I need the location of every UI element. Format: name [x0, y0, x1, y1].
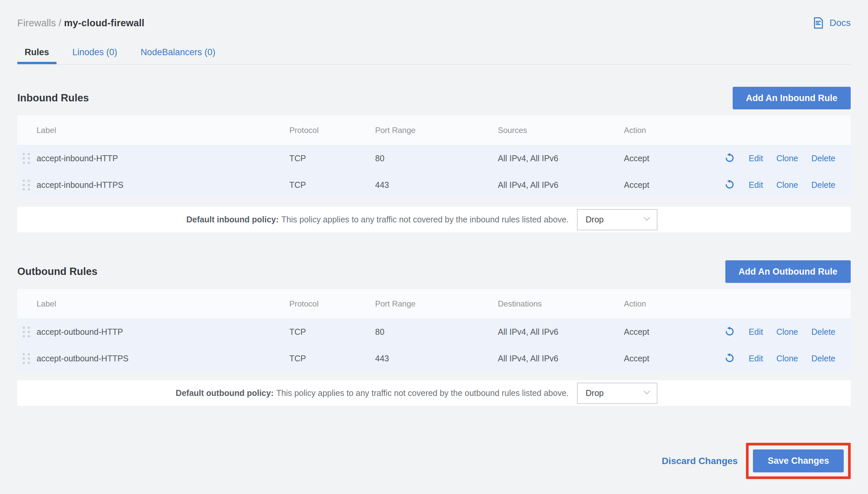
drag-handle-icon[interactable] [23, 326, 30, 338]
rule-action: Accept [624, 154, 702, 163]
undo-icon [724, 152, 735, 165]
top-bar: Firewalls/my-cloud-firewall Docs [17, 16, 851, 30]
inbound-policy-select[interactable]: Drop [577, 209, 658, 230]
rule-protocol: TCP [289, 354, 375, 363]
outbound-section-header: Outbound Rules Add An Outbound Rule [17, 260, 851, 283]
clone-rule-link[interactable]: Clone [776, 354, 798, 363]
add-outbound-rule-button[interactable]: Add An Outbound Rule [725, 260, 851, 283]
col-header-sources: Sources [498, 126, 624, 135]
inbound-policy-row: Default inbound policy: This policy appl… [17, 207, 851, 232]
outbound-table-header: Label Protocol Port Range Destinations A… [17, 289, 851, 319]
col-header-port-range: Port Range [375, 299, 498, 308]
outbound-policy-label: Default outbound policy: [175, 388, 273, 398]
undo-rule-button[interactable] [724, 152, 735, 165]
table-row-accept-outbound-https: accept-outbound-HTTPS TCP 443 All IPv4, … [17, 345, 851, 372]
add-inbound-rule-button[interactable]: Add An Inbound Rule [733, 87, 851, 109]
clone-rule-link[interactable]: Clone [776, 327, 798, 337]
undo-rule-button[interactable] [724, 353, 735, 365]
edit-rule-link[interactable]: Edit [749, 154, 763, 163]
inbound-policy-label: Default inbound policy: [186, 215, 279, 224]
outbound-policy-description: This policy applies to any traffic not c… [276, 388, 569, 398]
outbound-policy-select[interactable]: Drop [577, 383, 658, 404]
drag-handle-icon[interactable] [23, 179, 30, 190]
rule-addresses: All IPv4, All IPv6 [498, 154, 624, 163]
breadcrumb-firewalls-link[interactable]: Firewalls [17, 18, 56, 28]
tab-bar: Rules Linodes (0) NodeBalancers (0) [17, 40, 851, 65]
drag-handle-icon[interactable] [23, 153, 30, 164]
col-header-protocol: Protocol [289, 126, 375, 135]
col-header-label: Label [37, 299, 289, 308]
table-row-accept-inbound-https: accept-inbound-HTTPS TCP 443 All IPv4, A… [17, 172, 851, 198]
delete-rule-link[interactable]: Delete [811, 180, 835, 190]
rule-protocol: TCP [289, 154, 375, 163]
undo-icon [724, 179, 735, 191]
edit-rule-link[interactable]: Edit [749, 180, 763, 190]
row-controls: Edit Clone Delete [702, 179, 851, 191]
rule-action: Accept [624, 327, 702, 337]
tab-nodebalancers[interactable]: NodeBalancers (0) [133, 40, 223, 64]
save-highlight-box: Save Changes [746, 443, 851, 479]
inbound-table-header: Label Protocol Port Range Sources Action [17, 115, 851, 145]
inbound-rules-table: Label Protocol Port Range Sources Action… [17, 115, 851, 198]
undo-icon [724, 353, 735, 365]
outbound-table-body: accept-outbound-HTTP TCP 80 All IPv4, Al… [17, 319, 851, 372]
rule-label: accept-outbound-HTTP [37, 327, 289, 337]
rule-label: accept-inbound-HTTPS [37, 180, 289, 190]
col-header-label: Label [37, 126, 289, 135]
chevron-down-icon [642, 214, 652, 225]
delete-rule-link[interactable]: Delete [811, 354, 835, 363]
clone-rule-link[interactable]: Clone [776, 180, 798, 190]
inbound-section-title: Inbound Rules [17, 92, 89, 104]
docs-link-label: Docs [829, 18, 851, 28]
rule-protocol: TCP [289, 327, 375, 337]
rule-addresses: All IPv4, All IPv6 [498, 327, 624, 337]
table-row-accept-inbound-http: accept-inbound-HTTP TCP 80 All IPv4, All… [17, 145, 851, 172]
outbound-section-title: Outbound Rules [17, 266, 97, 278]
edit-rule-link[interactable]: Edit [749, 327, 763, 337]
inbound-section-header: Inbound Rules Add An Inbound Rule [17, 87, 851, 109]
rule-action: Accept [624, 354, 702, 363]
tab-rules[interactable]: Rules [17, 40, 57, 64]
docs-icon [811, 16, 826, 30]
tab-linodes[interactable]: Linodes (0) [65, 40, 125, 64]
row-controls: Edit Clone Delete [702, 152, 851, 165]
breadcrumb-separator: / [58, 18, 61, 28]
docs-link[interactable]: Docs [811, 16, 851, 30]
undo-rule-button[interactable] [724, 326, 735, 338]
col-header-port-range: Port Range [375, 126, 498, 135]
edit-rule-link[interactable]: Edit [749, 354, 763, 363]
row-controls: Edit Clone Delete [702, 326, 851, 338]
rule-protocol: TCP [289, 180, 375, 190]
outbound-policy-selected-value: Drop [586, 388, 604, 398]
rule-label: accept-outbound-HTTPS [37, 354, 289, 363]
inbound-policy-description: This policy applies to any traffic not c… [281, 215, 569, 224]
rule-addresses: All IPv4, All IPv6 [498, 180, 624, 190]
outbound-policy-row: Default outbound policy: This policy app… [17, 380, 851, 406]
rule-action: Accept [624, 180, 702, 190]
col-header-action: Action [624, 126, 702, 135]
outbound-rules-table: Label Protocol Port Range Destinations A… [17, 289, 851, 372]
rule-port-range: 443 [375, 180, 498, 190]
col-header-action: Action [624, 299, 702, 308]
inbound-table-body: accept-inbound-HTTP TCP 80 All IPv4, All… [17, 145, 851, 198]
delete-rule-link[interactable]: Delete [811, 327, 835, 337]
rule-label: accept-inbound-HTTP [37, 154, 289, 163]
inbound-policy-selected-value: Drop [586, 215, 604, 224]
col-header-protocol: Protocol [289, 299, 375, 308]
table-row-accept-outbound-http: accept-outbound-HTTP TCP 80 All IPv4, Al… [17, 319, 851, 345]
breadcrumb-current-firewall: my-cloud-firewall [64, 18, 144, 28]
row-controls: Edit Clone Delete [702, 353, 851, 365]
col-header-destinations: Destinations [498, 299, 624, 308]
drag-handle-icon[interactable] [23, 353, 30, 364]
firewall-detail-page: Firewalls/my-cloud-firewall Docs Rules L… [0, 0, 868, 494]
chevron-down-icon [642, 387, 652, 399]
save-changes-button[interactable]: Save Changes [753, 450, 844, 472]
breadcrumb: Firewalls/my-cloud-firewall [17, 18, 144, 28]
rule-port-range: 80 [375, 327, 498, 337]
footer-actions: Discard Changes Save Changes [17, 443, 851, 479]
discard-changes-button[interactable]: Discard Changes [662, 456, 738, 467]
undo-rule-button[interactable] [724, 179, 735, 191]
rule-port-range: 443 [375, 354, 498, 363]
delete-rule-link[interactable]: Delete [811, 154, 835, 163]
clone-rule-link[interactable]: Clone [776, 154, 798, 163]
